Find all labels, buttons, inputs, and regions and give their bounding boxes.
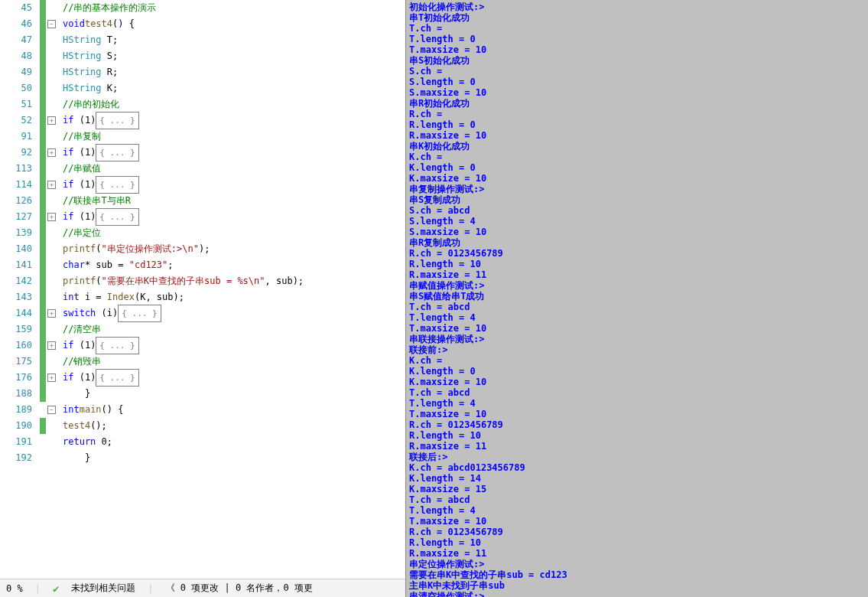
change-marker xyxy=(40,96,46,113)
code-line[interactable]: int main() { xyxy=(63,402,405,418)
change-marker xyxy=(40,0,46,16)
separator: | xyxy=(148,583,153,594)
change-marker xyxy=(40,32,46,48)
code-line[interactable]: if (1){ ... } xyxy=(63,209,405,225)
vcs-prefix-icon: 《 xyxy=(166,582,175,593)
code-line[interactable]: HString T; xyxy=(63,32,405,48)
change-marker xyxy=(40,370,46,386)
change-marker xyxy=(40,145,46,161)
code-line[interactable]: //串的初始化 xyxy=(63,96,405,113)
line-number: 175 xyxy=(0,354,32,370)
check-circle-icon: ✔ xyxy=(53,582,59,595)
line-number: 144 xyxy=(0,305,32,321)
code-line[interactable]: printf("串定位操作测试:>\n"); xyxy=(63,241,405,257)
line-number: 192 xyxy=(0,450,32,466)
line-number: 46 xyxy=(0,16,32,32)
line-number: 143 xyxy=(0,289,32,305)
change-marker xyxy=(40,434,46,450)
code-line[interactable]: //串赋值 xyxy=(63,161,405,177)
line-number: 188 xyxy=(0,386,32,402)
change-marker xyxy=(40,402,46,418)
fold-column[interactable]: −+++++++− xyxy=(46,0,60,579)
line-number: 191 xyxy=(0,434,32,450)
change-marker xyxy=(40,338,46,354)
code-line[interactable]: //串定位 xyxy=(63,225,405,241)
code-editor[interactable]: 4546474849505152919211311412612713914014… xyxy=(0,0,405,597)
line-number: 142 xyxy=(0,273,32,289)
code-line[interactable]: //联接串T与串R xyxy=(63,193,405,209)
code-line[interactable]: if (1){ ... } xyxy=(63,145,405,161)
code-line[interactable]: if (1){ ... } xyxy=(63,370,405,386)
line-number: 45 xyxy=(0,0,32,16)
change-marker xyxy=(40,386,46,402)
fold-collapse-icon[interactable]: − xyxy=(47,20,56,28)
line-number: 160 xyxy=(0,338,32,354)
change-marker xyxy=(40,273,46,289)
line-number: 47 xyxy=(0,32,32,48)
line-number: 49 xyxy=(0,64,32,80)
line-number: 113 xyxy=(0,161,32,177)
code-line[interactable]: } xyxy=(63,386,405,402)
change-marker xyxy=(40,450,46,466)
change-marker xyxy=(40,161,46,177)
code-line[interactable]: return 0; xyxy=(63,434,405,450)
line-number: 114 xyxy=(0,177,32,193)
code-line[interactable]: HString K; xyxy=(63,80,405,96)
code-line[interactable]: int i = Index(K, sub); xyxy=(63,289,405,305)
code-line[interactable]: void test4() { xyxy=(63,16,405,32)
fold-collapse-icon[interactable]: − xyxy=(47,406,56,414)
code-line[interactable]: printf("需要在串K中查找的子串sub = %s\n", sub); xyxy=(63,273,405,289)
change-marker xyxy=(40,113,46,129)
code-content[interactable]: //串的基本操作的演示 void test4() { HString T; HS… xyxy=(60,0,405,579)
console-output[interactable]: 初始化操作测试:> 串T初始化成功 T.ch = T.length = 0 T.… xyxy=(405,0,868,597)
fold-expand-icon[interactable]: + xyxy=(47,116,56,125)
code-line[interactable]: HString R; xyxy=(63,64,405,80)
code-line[interactable]: if (1){ ... } xyxy=(63,338,405,354)
change-marker xyxy=(40,193,46,209)
code-line[interactable]: test4(); xyxy=(63,418,405,434)
line-number: 190 xyxy=(0,418,32,434)
code-line[interactable]: if (1){ ... } xyxy=(63,177,405,193)
code-line[interactable]: } xyxy=(63,450,405,466)
change-marker xyxy=(40,209,46,225)
change-marker xyxy=(40,225,46,241)
fold-expand-icon[interactable]: + xyxy=(47,148,56,157)
code-line[interactable]: if (1){ ... } xyxy=(63,113,405,129)
fold-expand-icon[interactable]: + xyxy=(47,341,56,350)
change-marker xyxy=(40,177,46,193)
line-number: 91 xyxy=(0,129,32,145)
change-marker-column xyxy=(40,0,46,579)
code-line[interactable]: //清空串 xyxy=(63,321,405,338)
fold-expand-icon[interactable]: + xyxy=(47,309,56,318)
line-number: 51 xyxy=(0,96,32,113)
change-marker xyxy=(40,321,46,338)
zoom-level[interactable]: 0 % xyxy=(6,583,23,594)
code-line[interactable]: HString S; xyxy=(63,48,405,64)
code-line[interactable]: //串复制 xyxy=(63,129,405,145)
code-line[interactable]: //串的基本操作的演示 xyxy=(63,0,405,16)
line-number: 52 xyxy=(0,113,32,129)
fold-expand-icon[interactable]: + xyxy=(47,181,56,189)
vcs-stats[interactable]: 0 项更改 | 0 名作者，0 项更 xyxy=(180,582,313,593)
fold-expand-icon[interactable]: + xyxy=(47,374,56,382)
change-marker xyxy=(40,48,46,64)
code-line[interactable]: switch (i){ ... } xyxy=(63,305,405,321)
line-number: 50 xyxy=(0,80,32,96)
status-bar: 0 % | ✔ 未找到相关问题 | 《 0 项更改 | 0 名作者，0 项更 xyxy=(0,579,405,597)
change-marker xyxy=(40,354,46,370)
line-number: 140 xyxy=(0,241,32,257)
change-marker xyxy=(40,257,46,273)
fold-expand-icon[interactable]: + xyxy=(47,213,56,221)
change-marker xyxy=(40,16,46,32)
code-line[interactable]: //销毁串 xyxy=(63,354,405,370)
change-marker xyxy=(40,289,46,305)
change-marker xyxy=(40,305,46,321)
change-marker xyxy=(40,64,46,80)
line-number: 126 xyxy=(0,193,32,209)
change-marker xyxy=(40,129,46,145)
issues-status[interactable]: 未找到相关问题 xyxy=(71,582,135,595)
line-number: 159 xyxy=(0,321,32,338)
code-line[interactable]: char* sub = "cd123"; xyxy=(63,257,405,273)
line-number-gutter: 4546474849505152919211311412612713914014… xyxy=(0,0,40,579)
line-number: 127 xyxy=(0,209,32,225)
